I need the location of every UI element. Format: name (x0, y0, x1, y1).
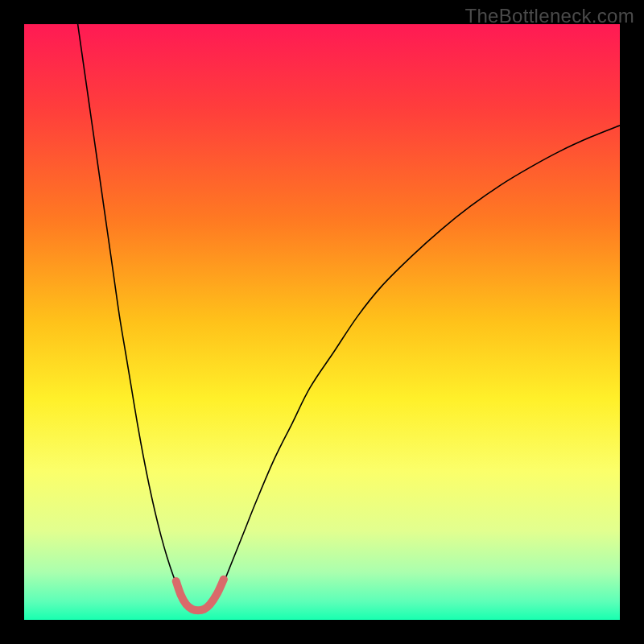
chart-svg (24, 24, 620, 620)
watermark-text: TheBottleneck.com (464, 5, 634, 27)
chart-background (24, 24, 620, 620)
chart-frame: TheBottleneck.com (0, 0, 644, 644)
plot-area (24, 24, 620, 620)
